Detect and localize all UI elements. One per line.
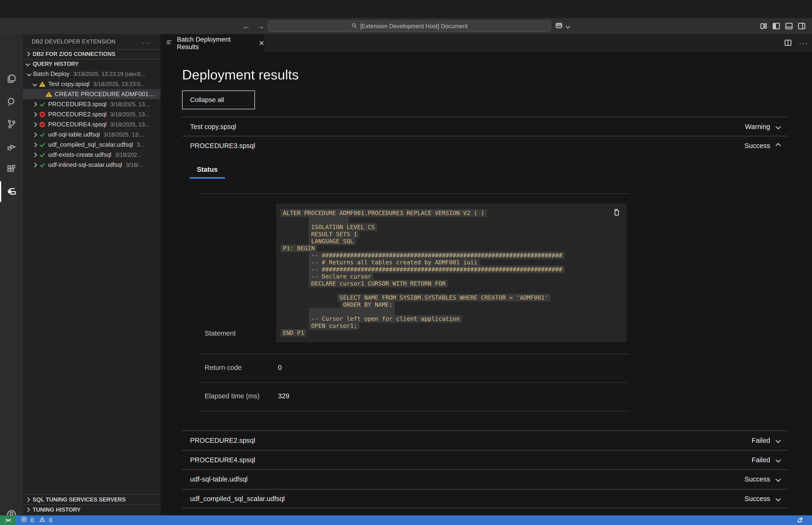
command-center-search[interactable]: [Extension Development Host] Document — [268, 21, 551, 32]
status-badge: Success — [744, 495, 780, 503]
code-text: -- Cursor left open for client applicati… — [309, 315, 462, 322]
code-line: SELECT NAME FROM SYSIBM.SYSTABLES WHERE … — [283, 294, 620, 301]
back-button[interactable]: ← — [243, 18, 250, 34]
tree-item-udf-exists-create-udfsql[interactable]: udf-exists-create.udfsql3/18/202... — [23, 150, 160, 160]
chevron-right-icon — [32, 102, 37, 107]
tree-item-udf-inlined-sql-scalar-udfsql[interactable]: udf-inlined-sql-scalar.udfsql3/18/... — [23, 160, 160, 170]
tree-item-label: PROCEDURE2.spsql — [48, 111, 107, 118]
accordion-row-procedure4-spsql[interactable]: PROCEDURE4.spsqlFailed — [182, 450, 787, 469]
sidebar-section-sql-tuning-services-servers[interactable]: SQL TUNING SERVICES SERVERS — [23, 495, 160, 505]
error-count: 0 — [31, 516, 34, 524]
divider — [199, 382, 629, 383]
close-icon[interactable]: ✕ — [259, 39, 264, 47]
field-value: 0 — [278, 364, 282, 372]
tree-item-procedure3-spsql[interactable]: PROCEDURE3.spsql3/18/2025, 13... — [23, 99, 160, 109]
code-line: -- Declare cursor — [283, 273, 620, 280]
tree-item-udf-compiled-sql-scalar-udfsql[interactable]: udf_compiled_sql_scalar.udfsql3... — [23, 139, 160, 150]
section-label: DB2 FOR Z/OS CONNECTIONS — [33, 51, 116, 57]
sidebar-section-db2-for-z-os-connections[interactable]: DB2 FOR Z/OS CONNECTIONS — [23, 49, 160, 59]
code-line — [283, 308, 620, 315]
vscode-window: ← → [Extension Development Host] Documen… — [0, 0, 812, 525]
chevron-right-icon — [25, 52, 30, 56]
accordion-row-procedure2-spsql[interactable]: PROCEDURE2.spsqlFailed — [182, 431, 787, 450]
sql-statement-code: ALTER PROCEDURE ADMF001.PROCEDURE3 REPLA… — [276, 204, 626, 342]
tree-item-label: CREATE PROCEDURE ADMF001.... — [55, 90, 155, 98]
notifications-bell-icon[interactable] — [796, 516, 803, 525]
tree-item-create-procedure-admf001-[interactable]: CREATE PROCEDURE ADMF001.... — [23, 89, 160, 99]
tree-item-label: PROCEDURE4.spsql — [48, 121, 107, 128]
remote-indicator[interactable]: >< — [0, 515, 16, 525]
chevron-right-icon — [32, 152, 37, 157]
code-text — [309, 216, 349, 224]
code-line: -- #####################################… — [283, 252, 620, 259]
code-text: -- # Returns all tables created by ADMF0… — [309, 258, 479, 266]
code-text: ORDER BY NAME; — [341, 301, 395, 309]
page-title: Deployment results — [182, 67, 298, 82]
accordion-row-test-copy-spsql[interactable]: Test copy.spsqlWarning — [182, 117, 787, 136]
file-name: PROCEDURE3.spsql — [190, 142, 255, 150]
status-label: Warning — [745, 123, 770, 131]
section-label: QUERY HISTORY — [33, 61, 79, 67]
sidebar-section-query-history[interactable]: QUERY HISTORY — [23, 59, 160, 69]
error-icon — [39, 111, 46, 118]
copilot-menu[interactable] — [554, 21, 569, 32]
tree-item-procedure4-spsql[interactable]: PROCEDURE4.spsql3/18/2025, 13... — [23, 119, 160, 130]
success-icon — [39, 162, 46, 168]
chevron-right-icon — [32, 163, 37, 167]
tree-item-label: udf-exists-create.udfsql — [48, 151, 111, 159]
problems-indicator[interactable]: 0 0 — [21, 515, 52, 525]
chevron-right-icon — [25, 497, 30, 502]
warning-count-icon — [39, 516, 46, 524]
accordion-row-udf-compiled-sql-scalar-udfsql[interactable]: udf_compiled_sql_scalar.udfsqlSuccess — [182, 489, 787, 508]
chevron-down-icon — [776, 124, 781, 130]
divider — [23, 59, 160, 59]
code-line: ALTER PROCEDURE ADMF001.PROCEDURE3 REPLA… — [283, 210, 620, 217]
file-name: Test copy.spsql — [190, 123, 236, 131]
tree-item-timestamp: 3/18/2025, 13... — [110, 121, 150, 128]
error-icon — [39, 121, 46, 128]
code-text: -- Declare cursor — [309, 273, 373, 280]
tree-item-procedure2-spsql[interactable]: PROCEDURE2.spsql3/18/2025, 13... — [23, 109, 160, 119]
tree-item-udf-sql-table-udfsql[interactable]: udf-sql-table.udfsql3/18/2025, 13:... — [23, 130, 160, 139]
run-debug-icon[interactable] — [0, 136, 23, 158]
chevron-right-icon — [32, 142, 37, 147]
status-badge: Success — [744, 476, 780, 483]
code-line: -- Cursor left open for client applicati… — [283, 315, 620, 322]
source-control-icon[interactable] — [0, 114, 23, 135]
divider — [199, 354, 629, 354]
split-editor-icon[interactable] — [784, 39, 792, 48]
tree-item-label: udf-inlined-sql-scalar.udfsql — [48, 161, 122, 168]
toggle-primary-sidebar-icon[interactable] — [772, 22, 781, 30]
tab-batch-deployment-results[interactable]: Batch Deployment Results ✕ — [160, 34, 264, 52]
accordion-row-procedure3-spsql[interactable]: PROCEDURE3.spsqlSuccess — [182, 136, 787, 155]
status-label: Success — [744, 142, 770, 150]
customize-layout-icon[interactable] — [760, 22, 768, 30]
tree-item-batch-deploy[interactable]: Batch Deploy3/18/2025, 13:23:19 (utec6..… — [23, 69, 160, 79]
copy-icon[interactable] — [612, 208, 621, 217]
tree-item-test-copy-spsql[interactable]: Test copy.spsql3/18/2025, 13:23:0... — [23, 79, 160, 89]
search-view-icon[interactable] — [0, 91, 23, 112]
extensions-icon[interactable] — [0, 159, 23, 180]
status-bar: >< 0 0 — [0, 515, 812, 525]
collapse-all-button[interactable]: Collapse all — [182, 90, 255, 109]
more-actions-icon[interactable]: ··· — [799, 39, 808, 47]
tab-status[interactable]: Status — [189, 162, 225, 179]
sidebar-more-actions[interactable]: ··· — [142, 39, 151, 46]
code-line — [283, 287, 620, 294]
explorer-icon[interactable] — [0, 68, 23, 89]
sidebar: DB2 DEVELOPER EXTENSION ··· DB2 FOR Z/OS… — [23, 34, 160, 515]
tree-item-label: Batch Deploy — [33, 70, 70, 77]
sidebar-section-tuning-history[interactable]: TUNING HISTORY — [23, 505, 160, 515]
toggle-panel-icon[interactable] — [785, 22, 793, 30]
forward-button[interactable]: → — [257, 18, 264, 34]
accordion-row-udf-sql-table-udfsql[interactable]: udf-sql-table.udfsqlSuccess — [182, 469, 787, 489]
toggle-secondary-sidebar-icon[interactable] — [797, 22, 806, 30]
file-name: PROCEDURE4.spsql — [190, 456, 255, 464]
field-value: 329 — [278, 392, 289, 400]
db2-extension-icon[interactable] — [0, 181, 23, 202]
field-label: Elapsed time (ms) — [205, 392, 260, 400]
tree-item-timestamp: 3/18/2025, 13:... — [104, 131, 144, 138]
tree-item-label: udf-sql-table.udfsql — [48, 131, 100, 138]
chevron-down-icon — [776, 477, 781, 482]
error-count-icon — [21, 516, 27, 524]
